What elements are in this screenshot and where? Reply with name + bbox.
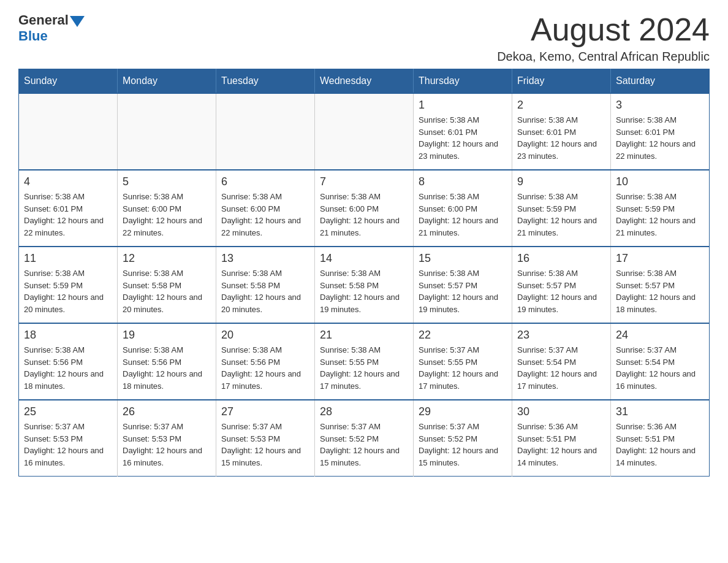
calendar-cell: 20Sunrise: 5:38 AMSunset: 5:56 PMDayligh… (216, 323, 315, 400)
page-header: General Blue August 2024 Dekoa, Kemo, Ce… (18, 12, 710, 64)
day-number: 31 (616, 405, 704, 418)
day-header-monday: Monday (118, 69, 216, 94)
calendar-cell: 24Sunrise: 5:37 AMSunset: 5:54 PMDayligh… (611, 323, 710, 400)
day-number: 14 (320, 252, 408, 265)
day-info: Sunrise: 5:38 AMSunset: 5:58 PMDaylight:… (123, 267, 211, 315)
day-number: 20 (221, 329, 309, 342)
day-number: 12 (123, 252, 211, 265)
calendar-body: 1Sunrise: 5:38 AMSunset: 6:01 PMDaylight… (19, 93, 710, 477)
calendar-cell: 16Sunrise: 5:38 AMSunset: 5:57 PMDayligh… (512, 247, 611, 323)
calendar-header: SundayMondayTuesdayWednesdayThursdayFrid… (19, 69, 710, 94)
day-info: Sunrise: 5:38 AMSunset: 5:59 PMDaylight:… (24, 267, 112, 315)
calendar-cell (216, 93, 315, 170)
day-info: Sunrise: 5:37 AMSunset: 5:52 PMDaylight:… (320, 421, 408, 469)
day-number: 5 (123, 175, 211, 188)
day-info: Sunrise: 5:38 AMSunset: 5:56 PMDaylight:… (221, 344, 309, 392)
calendar-cell: 14Sunrise: 5:38 AMSunset: 5:58 PMDayligh… (315, 247, 414, 323)
calendar-cell: 18Sunrise: 5:38 AMSunset: 5:56 PMDayligh… (19, 323, 118, 400)
day-info: Sunrise: 5:38 AMSunset: 5:56 PMDaylight:… (24, 344, 112, 392)
calendar-cell: 30Sunrise: 5:36 AMSunset: 5:51 PMDayligh… (512, 400, 611, 477)
day-number: 1 (419, 99, 507, 112)
calendar-cell: 23Sunrise: 5:37 AMSunset: 5:54 PMDayligh… (512, 323, 611, 400)
day-header-wednesday: Wednesday (315, 69, 414, 94)
day-number: 25 (24, 405, 112, 418)
calendar-cell: 4Sunrise: 5:38 AMSunset: 6:01 PMDaylight… (19, 170, 118, 247)
calendar-cell (315, 93, 414, 170)
day-info: Sunrise: 5:38 AMSunset: 6:01 PMDaylight:… (24, 191, 112, 239)
day-number: 27 (221, 405, 309, 418)
day-info: Sunrise: 5:38 AMSunset: 6:01 PMDaylight:… (517, 114, 605, 162)
day-info: Sunrise: 5:38 AMSunset: 5:55 PMDaylight:… (320, 344, 408, 392)
day-info: Sunrise: 5:37 AMSunset: 5:52 PMDaylight:… (419, 421, 507, 469)
logo-blue-text: Blue (18, 28, 48, 44)
calendar-cell: 27Sunrise: 5:37 AMSunset: 5:53 PMDayligh… (216, 400, 315, 477)
calendar-cell: 10Sunrise: 5:38 AMSunset: 5:59 PMDayligh… (611, 170, 710, 247)
calendar-cell: 29Sunrise: 5:37 AMSunset: 5:52 PMDayligh… (414, 400, 512, 477)
calendar-cell: 6Sunrise: 5:38 AMSunset: 6:00 PMDaylight… (216, 170, 315, 247)
day-number: 11 (24, 252, 112, 265)
day-number: 4 (24, 175, 112, 188)
day-header-friday: Friday (512, 69, 611, 94)
day-header-tuesday: Tuesday (216, 69, 315, 94)
day-number: 17 (616, 252, 704, 265)
day-info: Sunrise: 5:38 AMSunset: 5:57 PMDaylight:… (419, 267, 507, 315)
calendar-cell: 25Sunrise: 5:37 AMSunset: 5:53 PMDayligh… (19, 400, 118, 477)
day-number: 15 (419, 252, 507, 265)
day-info: Sunrise: 5:37 AMSunset: 5:54 PMDaylight:… (517, 344, 605, 392)
calendar-cell: 12Sunrise: 5:38 AMSunset: 5:58 PMDayligh… (118, 247, 216, 323)
day-info: Sunrise: 5:37 AMSunset: 5:53 PMDaylight:… (221, 421, 309, 469)
day-number: 29 (419, 405, 507, 418)
day-number: 30 (517, 405, 605, 418)
day-header-saturday: Saturday (611, 69, 710, 94)
day-info: Sunrise: 5:36 AMSunset: 5:51 PMDaylight:… (517, 421, 605, 469)
calendar-cell: 13Sunrise: 5:38 AMSunset: 5:58 PMDayligh… (216, 247, 315, 323)
day-number: 19 (123, 329, 211, 342)
calendar-week-row: 18Sunrise: 5:38 AMSunset: 5:56 PMDayligh… (19, 323, 710, 400)
day-info: Sunrise: 5:38 AMSunset: 6:00 PMDaylight:… (419, 191, 507, 239)
calendar-cell: 21Sunrise: 5:38 AMSunset: 5:55 PMDayligh… (315, 323, 414, 400)
calendar-cell: 2Sunrise: 5:38 AMSunset: 6:01 PMDaylight… (512, 93, 611, 170)
day-info: Sunrise: 5:37 AMSunset: 5:53 PMDaylight:… (123, 421, 211, 469)
calendar-cell (118, 93, 216, 170)
calendar-cell: 22Sunrise: 5:37 AMSunset: 5:55 PMDayligh… (414, 323, 512, 400)
month-title: August 2024 (497, 12, 710, 47)
day-number: 28 (320, 405, 408, 418)
calendar-week-row: 11Sunrise: 5:38 AMSunset: 5:59 PMDayligh… (19, 247, 710, 323)
day-info: Sunrise: 5:38 AMSunset: 5:58 PMDaylight:… (320, 267, 408, 315)
day-number: 6 (221, 175, 309, 188)
day-info: Sunrise: 5:38 AMSunset: 5:59 PMDaylight:… (616, 191, 704, 239)
day-number: 9 (517, 175, 605, 188)
day-info: Sunrise: 5:38 AMSunset: 6:01 PMDaylight:… (419, 114, 507, 162)
day-number: 23 (517, 329, 605, 342)
day-info: Sunrise: 5:37 AMSunset: 5:55 PMDaylight:… (419, 344, 507, 392)
day-info: Sunrise: 5:38 AMSunset: 5:56 PMDaylight:… (123, 344, 211, 392)
day-info: Sunrise: 5:38 AMSunset: 6:01 PMDaylight:… (616, 114, 704, 162)
calendar-cell: 8Sunrise: 5:38 AMSunset: 6:00 PMDaylight… (414, 170, 512, 247)
day-info: Sunrise: 5:38 AMSunset: 5:59 PMDaylight:… (517, 191, 605, 239)
day-number: 18 (24, 329, 112, 342)
day-number: 8 (419, 175, 507, 188)
calendar-cell: 17Sunrise: 5:38 AMSunset: 5:57 PMDayligh… (611, 247, 710, 323)
day-header-thursday: Thursday (414, 69, 512, 94)
day-info: Sunrise: 5:38 AMSunset: 6:00 PMDaylight:… (123, 191, 211, 239)
calendar-cell: 5Sunrise: 5:38 AMSunset: 6:00 PMDaylight… (118, 170, 216, 247)
day-number: 21 (320, 329, 408, 342)
location-title: Dekoa, Kemo, Central African Republic (497, 50, 710, 64)
day-number: 26 (123, 405, 211, 418)
calendar-week-row: 4Sunrise: 5:38 AMSunset: 6:01 PMDaylight… (19, 170, 710, 247)
calendar-cell: 1Sunrise: 5:38 AMSunset: 6:01 PMDaylight… (414, 93, 512, 170)
day-number: 16 (517, 252, 605, 265)
day-info: Sunrise: 5:38 AMSunset: 5:57 PMDaylight:… (616, 267, 704, 315)
calendar-week-row: 1Sunrise: 5:38 AMSunset: 6:01 PMDaylight… (19, 93, 710, 170)
calendar-cell: 19Sunrise: 5:38 AMSunset: 5:56 PMDayligh… (118, 323, 216, 400)
calendar-cell (19, 93, 118, 170)
calendar-cell: 28Sunrise: 5:37 AMSunset: 5:52 PMDayligh… (315, 400, 414, 477)
calendar-cell: 9Sunrise: 5:38 AMSunset: 5:59 PMDaylight… (512, 170, 611, 247)
day-number: 2 (517, 99, 605, 112)
day-number: 7 (320, 175, 408, 188)
day-number: 22 (419, 329, 507, 342)
day-info: Sunrise: 5:37 AMSunset: 5:54 PMDaylight:… (616, 344, 704, 392)
calendar-cell: 15Sunrise: 5:38 AMSunset: 5:57 PMDayligh… (414, 247, 512, 323)
calendar-cell: 7Sunrise: 5:38 AMSunset: 6:00 PMDaylight… (315, 170, 414, 247)
day-info: Sunrise: 5:37 AMSunset: 5:53 PMDaylight:… (24, 421, 112, 469)
